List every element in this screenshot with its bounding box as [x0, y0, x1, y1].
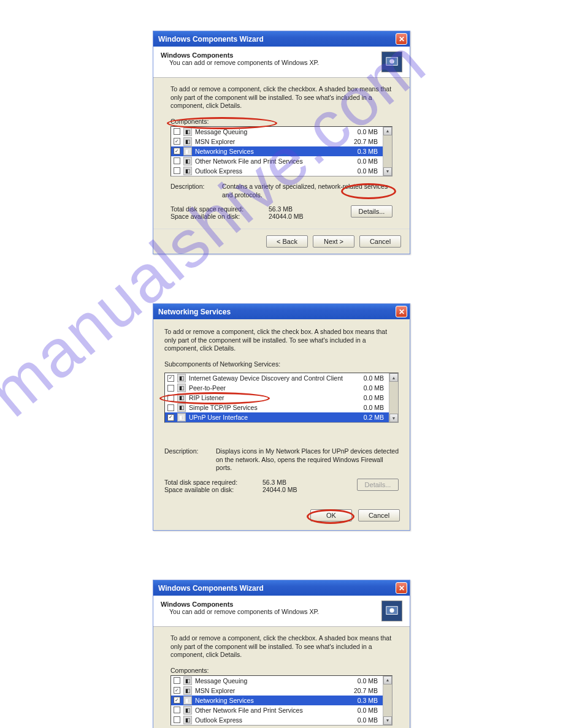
close-icon[interactable]: ✕ [396, 306, 407, 317]
component-icon: ◧ [177, 393, 186, 402]
list-item-label: Other Network File and Print Services [195, 157, 354, 165]
list-item-size: 0.0 MB [364, 404, 384, 411]
list-item[interactable]: ◧Peer-to-Peer0.0 MB [165, 383, 389, 393]
titlebar[interactable]: Windows Components Wizard ✕ [153, 580, 410, 596]
scrollbar[interactable]: ▲ ▼ [389, 373, 398, 422]
components-listbox[interactable]: ◧Message Queuing0.0 MB◧MSN Explorer20.7 … [170, 675, 393, 726]
description-label: Description: [164, 447, 210, 472]
details-button[interactable]: Details... [351, 205, 393, 218]
list-item[interactable]: ◧Networking Services0.3 MB [171, 146, 383, 156]
scroll-down-icon[interactable]: ▼ [389, 414, 398, 422]
list-item-size: 20.7 MB [354, 138, 378, 145]
component-icon: ◧ [183, 147, 192, 156]
component-icon: ◧ [183, 716, 192, 724]
list-item[interactable]: ◧Networking Services0.3 MB [171, 696, 383, 705]
list-item-size: 0.3 MB [358, 697, 378, 704]
scroll-up-icon[interactable]: ▲ [389, 373, 398, 382]
checkbox[interactable] [174, 677, 180, 684]
avail-space-value: 24044.0 MB [269, 213, 304, 220]
description-text: Displays icons in My Network Places for … [216, 447, 399, 472]
checkbox[interactable] [174, 707, 180, 713]
list-item-size: 0.0 MB [364, 374, 384, 382]
header-bold: Windows Components [161, 51, 233, 59]
component-icon: ◧ [183, 137, 192, 146]
list-item[interactable]: ◧RIP Listener0.0 MB [165, 393, 389, 403]
list-item[interactable]: ◧Other Network File and Print Services0.… [171, 156, 383, 166]
wizard-dialog-3: Windows Components Wizard ✕ Windows Comp… [153, 580, 410, 728]
checkbox[interactable] [174, 697, 180, 703]
checkbox[interactable] [167, 375, 174, 382]
checkbox[interactable] [174, 716, 180, 723]
wizard-dialog-1: Windows Components Wizard ✕ Windows Comp… [153, 31, 410, 254]
list-item-size: 0.2 MB [364, 414, 384, 421]
checkbox[interactable] [167, 385, 174, 392]
list-item[interactable]: ◧Other Network File and Print Services0.… [171, 705, 383, 715]
avail-space-value: 24044.0 MB [262, 486, 297, 493]
list-item-label: Other Network File and Print Services [195, 707, 354, 714]
checkbox[interactable] [167, 414, 174, 421]
next-button[interactable]: Next > [313, 235, 354, 248]
instructions: To add or remove a component, click the … [170, 85, 393, 110]
list-item-size: 0.0 MB [358, 677, 378, 684]
component-icon: ◧ [183, 686, 192, 695]
windows-setup-icon [381, 601, 402, 621]
list-item-size: 0.0 MB [364, 394, 384, 401]
component-icon: ◧ [183, 127, 192, 136]
list-item-label: Simple TCP/IP Services [189, 404, 361, 411]
avail-space-label: Space available on disk: [170, 213, 269, 220]
checkbox[interactable] [174, 687, 180, 694]
component-icon: ◧ [177, 374, 186, 382]
list-item-label: Message Queuing [195, 677, 354, 684]
details-button: Details... [357, 479, 399, 491]
instructions: To add or remove a component, click the … [164, 328, 399, 353]
cancel-button[interactable]: Cancel [359, 235, 401, 248]
scroll-down-icon[interactable]: ▼ [383, 716, 392, 725]
scroll-down-icon[interactable]: ▼ [383, 167, 392, 176]
list-item[interactable]: ◧Outlook Express0.0 MB [171, 166, 383, 176]
ok-button[interactable]: OK [310, 509, 352, 521]
components-label: Components: [170, 667, 393, 674]
list-item[interactable]: ◧UPnP User Interface0.2 MB [165, 412, 389, 422]
list-item-label: MSN Explorer [195, 138, 351, 145]
list-item-label: Outlook Express [195, 167, 354, 175]
subcomponents-label: Subcomponents of Networking Services: [164, 360, 399, 368]
checkbox[interactable] [167, 404, 174, 411]
checkbox[interactable] [174, 128, 180, 135]
scroll-up-icon[interactable]: ▲ [383, 127, 392, 135]
networking-services-dialog: Networking Services ✕ To add or remove a… [153, 303, 410, 531]
titlebar[interactable]: Networking Services ✕ [153, 304, 410, 319]
cancel-button[interactable]: Cancel [358, 509, 400, 521]
list-item-size: 0.0 MB [358, 157, 378, 165]
checkbox[interactable] [174, 148, 180, 154]
svg-point-1 [389, 59, 394, 63]
header-sub: You can add or remove components of Wind… [161, 608, 319, 615]
scrollbar[interactable]: ▲ ▼ [383, 676, 392, 725]
list-item[interactable]: ◧Outlook Express0.0 MB [171, 715, 383, 725]
checkbox[interactable] [174, 138, 180, 145]
close-icon[interactable]: ✕ [396, 582, 407, 594]
subcomponents-list: ◧Internet Gateway Device Discovery and C… [165, 373, 389, 422]
subcomponents-listbox[interactable]: ◧Internet Gateway Device Discovery and C… [164, 373, 399, 423]
scrollbar[interactable]: ▲ ▼ [383, 127, 392, 176]
back-button[interactable]: < Back [266, 235, 308, 248]
component-icon: ◧ [183, 157, 192, 165]
component-icon: ◧ [177, 384, 186, 392]
avail-space-label: Space available on disk: [164, 486, 262, 493]
scroll-up-icon[interactable]: ▲ [383, 676, 392, 684]
list-item[interactable]: ◧Message Queuing0.0 MB [171, 127, 383, 137]
titlebar[interactable]: Windows Components Wizard ✕ [153, 31, 410, 47]
list-item-size: 0.0 MB [364, 384, 384, 392]
list-item-label: RIP Listener [189, 394, 361, 401]
list-item[interactable]: ◧Message Queuing0.0 MB [171, 676, 383, 686]
list-item[interactable]: ◧Simple TCP/IP Services0.0 MB [165, 403, 389, 412]
components-listbox[interactable]: ◧Message Queuing0.0 MB◧MSN Explorer20.7 … [170, 126, 393, 176]
checkbox[interactable] [174, 167, 180, 174]
list-item[interactable]: ◧MSN Explorer20.7 MB [171, 686, 383, 696]
wizard-header: Windows Components You can add or remove… [153, 47, 410, 78]
list-item-label: Message Queuing [195, 128, 354, 135]
list-item[interactable]: ◧Internet Gateway Device Discovery and C… [165, 373, 389, 383]
checkbox[interactable] [167, 395, 174, 401]
list-item[interactable]: ◧MSN Explorer20.7 MB [171, 137, 383, 146]
close-icon[interactable]: ✕ [396, 33, 407, 45]
checkbox[interactable] [174, 157, 180, 164]
